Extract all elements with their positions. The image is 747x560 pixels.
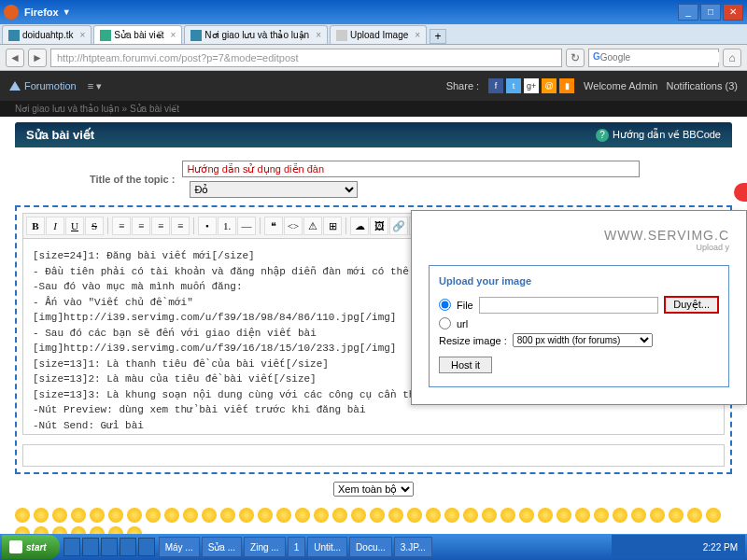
notifications-link[interactable]: Notifications (3) [667, 80, 738, 91]
smiley[interactable] [351, 508, 366, 523]
quicklaunch-icon[interactable] [82, 538, 99, 556]
smiley[interactable] [687, 508, 702, 523]
quicklaunch-icon[interactable] [63, 538, 80, 556]
topic-prefix-select[interactable]: Đỏ [190, 181, 358, 198]
resize-select[interactable]: 800 px width (for forums) [513, 333, 653, 347]
smiley[interactable] [444, 508, 459, 523]
smiley[interactable] [164, 508, 179, 523]
smiley[interactable] [108, 508, 123, 523]
smiley[interactable] [426, 508, 441, 523]
smiley[interactable] [90, 508, 105, 523]
close-button[interactable]: ✕ [723, 4, 743, 21]
maximize-button[interactable]: □ [700, 4, 721, 21]
app-menu-dropdown[interactable]: ▼ [63, 7, 71, 17]
smiley[interactable] [706, 508, 721, 523]
smiley[interactable] [314, 508, 329, 523]
taskbar-task[interactable]: Zing ... [244, 537, 286, 557]
smiley[interactable] [127, 508, 142, 523]
reload-button[interactable]: ↻ [566, 49, 585, 67]
close-tab-icon[interactable]: × [415, 30, 420, 40]
italic-button[interactable]: I [46, 217, 64, 235]
browser-tab[interactable]: doiduahtp.tk× [2, 25, 92, 44]
browse-button[interactable]: Duyệt... [664, 296, 719, 314]
url-radio[interactable] [439, 317, 451, 329]
close-tab-icon[interactable]: × [316, 30, 321, 40]
googleplus-icon[interactable]: g+ [524, 78, 539, 93]
smiley[interactable] [557, 508, 571, 523]
smiley[interactable] [519, 508, 534, 523]
quicklaunch-icon[interactable] [101, 538, 118, 556]
tray-icon[interactable] [686, 540, 699, 553]
smiley[interactable] [482, 508, 497, 523]
smiley[interactable] [463, 508, 478, 523]
sidebar-handle[interactable] [734, 183, 747, 202]
smiley[interactable] [15, 508, 30, 523]
smiley[interactable] [183, 508, 198, 523]
reason-input[interactable] [22, 444, 725, 467]
menu-icon[interactable]: ≡ ▾ [88, 80, 102, 92]
close-tab-icon[interactable]: × [80, 30, 86, 40]
search-input[interactable] [600, 52, 719, 63]
list-ol-button[interactable]: 1. [218, 217, 236, 235]
taskbar-task[interactable]: Docu... [349, 537, 392, 557]
smiley[interactable] [500, 508, 515, 523]
smiley[interactable] [34, 508, 49, 523]
list-ul-button[interactable]: • [198, 217, 217, 235]
smiley[interactable] [407, 508, 422, 523]
smiley[interactable] [575, 508, 590, 523]
smiley[interactable] [258, 508, 273, 523]
smiley-category-select[interactable]: Xem toàn bộ [333, 482, 414, 497]
start-button[interactable]: start [2, 535, 60, 559]
tray-icon[interactable] [653, 540, 666, 553]
smiley[interactable] [202, 508, 217, 523]
smiley[interactable] [239, 508, 254, 523]
file-path-input[interactable] [479, 297, 658, 314]
smiley[interactable] [594, 508, 609, 523]
topic-title-input[interactable] [182, 161, 640, 177]
smiley[interactable] [52, 508, 67, 523]
site-logo[interactable]: Forumotion [9, 80, 77, 91]
align-justify-button[interactable]: ≡ [171, 217, 190, 235]
file-radio[interactable] [439, 299, 451, 311]
smiley[interactable] [669, 508, 684, 523]
smiley[interactable] [71, 508, 86, 523]
smiley[interactable] [276, 508, 291, 523]
bbcode-help-link[interactable]: ?Hướng dẫn về BBCode [596, 129, 721, 142]
underline-button[interactable]: U [65, 217, 84, 235]
host-it-button[interactable]: Host it [439, 357, 492, 373]
rss-icon[interactable]: ▮ [559, 78, 574, 93]
taskbar-task[interactable]: Untit... [307, 537, 347, 557]
search-box[interactable]: G [588, 49, 719, 67]
link-button[interactable]: 🔗 [389, 217, 408, 235]
tray-icon[interactable] [669, 540, 683, 553]
quicklaunch-icon[interactable] [138, 538, 155, 556]
tray-icon[interactable] [636, 540, 649, 553]
taskbar-task[interactable]: Máy ... [159, 537, 200, 557]
facebook-icon[interactable]: f [488, 78, 503, 93]
smiley[interactable] [332, 508, 347, 523]
hr-button[interactable]: — [237, 217, 256, 235]
code-button[interactable]: <> [284, 217, 303, 235]
spoiler-button[interactable]: ⚠ [303, 217, 322, 235]
image-button[interactable]: 🖼 [370, 217, 388, 235]
table-button[interactable]: ⊞ [323, 217, 342, 235]
align-center-button[interactable]: ≡ [132, 217, 150, 235]
tray-icon[interactable] [619, 540, 632, 553]
forward-button[interactable]: ► [28, 49, 47, 67]
strike-button[interactable]: S [85, 217, 104, 235]
browser-tab[interactable]: Nơi giao lưu và thảo luận× [184, 25, 328, 44]
minimize-button[interactable]: _ [678, 4, 698, 21]
new-tab-button[interactable]: + [430, 29, 446, 44]
smiley[interactable] [613, 508, 627, 523]
smiley[interactable] [370, 508, 385, 523]
browser-tab[interactable]: Upload Image× [330, 25, 427, 44]
clock[interactable]: 2:22 PM [703, 542, 738, 553]
bold-button[interactable]: B [26, 217, 45, 235]
close-tab-icon[interactable]: × [170, 30, 176, 40]
email-icon[interactable]: @ [542, 78, 557, 93]
smiley[interactable] [631, 508, 646, 523]
smiley[interactable] [650, 508, 665, 523]
home-button[interactable]: ⌂ [723, 49, 741, 67]
align-left-button[interactable]: ≡ [112, 217, 131, 235]
smiley[interactable] [146, 508, 161, 523]
